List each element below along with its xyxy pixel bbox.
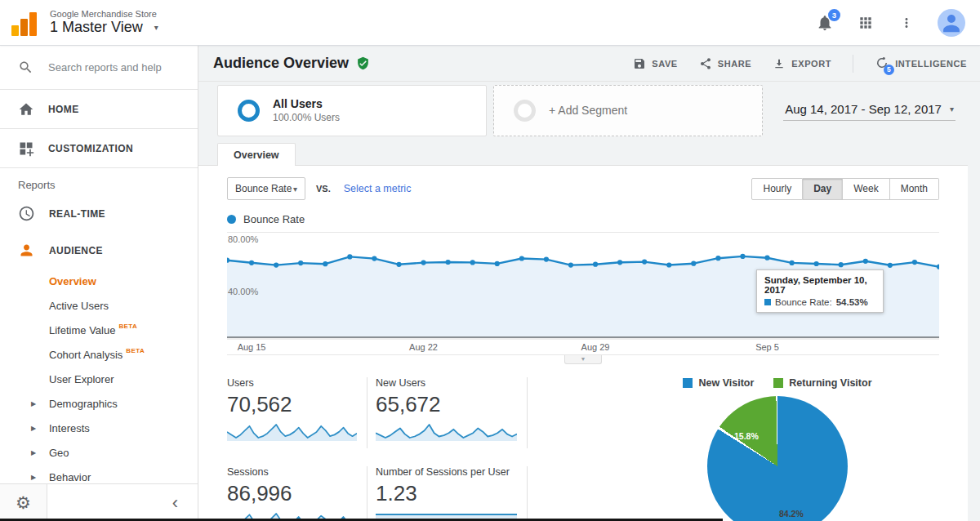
granularity-label: Week: [853, 183, 878, 194]
select-metric-link[interactable]: Select a metric: [344, 183, 412, 194]
pie-circle[interactable]: [707, 396, 848, 521]
metric-value: 70,562: [227, 392, 357, 417]
collapse-chevron-icon: ‹: [172, 492, 178, 513]
intelligence-badge: 5: [884, 65, 894, 75]
sidebar-item-lifetime-value[interactable]: Lifetime ValueBETA: [0, 318, 198, 342]
logo-bar-1: [11, 25, 19, 36]
search-icon: [18, 60, 33, 75]
metric-card-sessions: Sessions 86,996: [227, 466, 368, 521]
sidebar-item-active-users[interactable]: Active Users: [0, 293, 198, 318]
subitem-label: User Explorer: [49, 373, 114, 385]
home-icon: [18, 101, 34, 118]
apps-menu-button[interactable]: [856, 13, 875, 33]
search-input[interactable]: [48, 61, 179, 73]
chart-controls: Bounce Rate ▾ VS. Select a metric Hourly…: [227, 166, 939, 201]
pie-legend-swatch-returning: [773, 378, 783, 388]
sidebar-item-overview[interactable]: Overview: [0, 269, 198, 293]
sidebar-item-user-explorer[interactable]: User Explorer: [0, 367, 198, 391]
granularity-week-button[interactable]: Week: [843, 178, 889, 200]
save-button[interactable]: SAVE: [633, 57, 678, 70]
export-button[interactable]: EXPORT: [773, 57, 831, 70]
intelligence-icon: 5: [875, 56, 889, 72]
expand-arrow-icon: ▶: [31, 425, 36, 432]
metric-label: Sessions: [227, 466, 357, 478]
share-button[interactable]: SHARE: [699, 57, 752, 70]
metric-label: New Users: [376, 377, 517, 389]
handle-arrow-icon: ▼: [581, 356, 586, 362]
share-icon: [699, 57, 712, 70]
add-segment-card[interactable]: + Add Segment: [493, 85, 763, 136]
segment-subtitle: 100.00% Users: [273, 112, 340, 123]
account-name: Google Merchandise Store: [50, 9, 158, 19]
logo-bar-2: [20, 19, 28, 36]
sidebar-item-interests[interactable]: ▶Interests: [0, 416, 198, 440]
person-avatar-icon: [938, 9, 965, 37]
pie-legend-swatch-new: [683, 378, 693, 388]
granularity-switcher: Hourly Day Week Month: [751, 178, 939, 200]
gear-icon: ⚙: [16, 493, 31, 513]
subitem-label: Lifetime Value: [49, 324, 115, 336]
chart-tooltip: Sunday, September 10, 2017 Bounce Rate: …: [756, 269, 884, 313]
new-users-sparkline: [376, 420, 517, 441]
timeseries-chart[interactable]: 80.00% 40.00% Sunday, September 10, 2017…: [227, 232, 939, 336]
visitor-pie-chart[interactable]: 15.8% 84.2%: [707, 396, 848, 521]
granularity-day-button[interactable]: Day: [803, 178, 843, 200]
action-label: SAVE: [652, 59, 678, 69]
granularity-label: Hourly: [763, 183, 791, 194]
vs-label: VS.: [316, 184, 331, 194]
subitem-label: Demographics: [49, 398, 118, 410]
subitem-label: Interests: [49, 422, 90, 434]
tab-overview[interactable]: Overview: [217, 143, 296, 166]
granularity-month-button[interactable]: Month: [890, 178, 939, 200]
toolbar-divider: [853, 55, 853, 73]
report-actions: SAVE SHARE EXPORT 5: [633, 55, 967, 73]
metric-card-sessions-per-user: Number of Sessions per User 1.23: [376, 466, 528, 521]
visitor-type-block: New Visitor Returning Visitor 15.8% 84.2…: [650, 377, 905, 521]
x-tick-label: Aug 15: [238, 342, 266, 352]
sidebar-item-geo[interactable]: ▶Geo: [0, 440, 198, 465]
user-avatar[interactable]: [938, 9, 965, 37]
sidebar-item-realtime[interactable]: REAL-TIME: [0, 195, 198, 232]
chart-collapse-row: ▼: [227, 355, 939, 366]
sidebar-item-home[interactable]: HOME: [0, 90, 198, 129]
kebab-menu-icon: [899, 16, 914, 30]
chart-legend: Bounce Rate: [227, 212, 939, 225]
granularity-label: Day: [813, 183, 831, 194]
metric-dropdown[interactable]: Bounce Rate ▾: [227, 177, 305, 200]
intelligence-button[interactable]: 5 INTELLIGENCE: [875, 56, 967, 72]
sidebar-item-customization[interactable]: CUSTOMIZATION: [0, 129, 198, 168]
pie-legend-label: Returning Visitor: [789, 377, 871, 389]
segment-ring-icon: [238, 100, 260, 122]
legend-label: Bounce Rate: [243, 213, 305, 225]
segment-title: All Users: [273, 97, 340, 110]
sidebar-collapse-button[interactable]: ‹: [172, 494, 178, 512]
action-label: EXPORT: [791, 59, 831, 69]
sidebar-item-demographics[interactable]: ▶Demographics: [0, 391, 198, 416]
sidebar-item-cohort-analysis[interactable]: Cohort AnalysisBETA: [0, 342, 198, 367]
pie-slice-label-returning: 15.8%: [734, 431, 759, 441]
metric-label: Number of Sessions per User: [376, 466, 517, 478]
view-selector[interactable]: 1 Master View ▾: [50, 19, 158, 36]
add-segment-ring-icon: [514, 100, 536, 122]
top-right-actions: 3: [815, 9, 965, 37]
tooltip-series-swatch: [764, 299, 771, 305]
tooltip-value: 54.53%: [836, 297, 868, 307]
customization-icon: [18, 140, 34, 157]
admin-gear-button[interactable]: ⚙: [0, 484, 47, 521]
analytics-logo-icon[interactable]: [11, 10, 39, 36]
x-tick-label: Aug 22: [409, 342, 438, 352]
all-users-segment-card[interactable]: All Users 100.00% Users: [217, 85, 487, 136]
notifications-button[interactable]: 3: [815, 13, 835, 33]
sidebar-footer: ⚙ ‹: [0, 483, 198, 521]
sidebar-item-label: HOME: [48, 104, 79, 115]
date-range-selector[interactable]: Aug 14, 2017 - Sep 12, 2017 ▾: [783, 100, 956, 121]
more-options-button[interactable]: [897, 13, 916, 33]
verified-shield-icon: [356, 56, 370, 70]
granularity-label: Month: [901, 183, 928, 194]
sidebar-item-audience[interactable]: AUDIENCE: [0, 232, 198, 269]
action-label: INTELLIGENCE: [895, 59, 967, 69]
tab-strip: Overview: [198, 139, 980, 165]
granularity-hourly-button[interactable]: Hourly: [751, 178, 803, 200]
audience-person-icon: [18, 242, 35, 259]
chart-collapse-handle[interactable]: ▼: [564, 354, 602, 364]
